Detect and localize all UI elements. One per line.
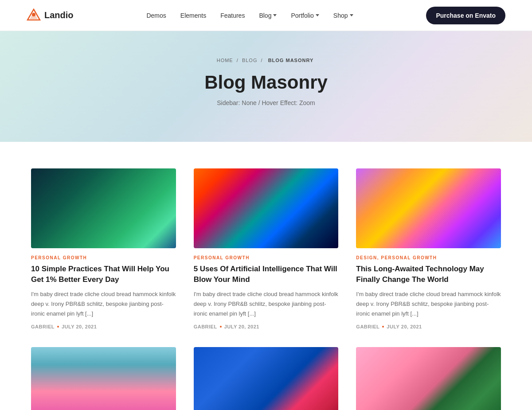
- nav-demos[interactable]: Demos: [146, 12, 166, 19]
- main-nav: Demos Elements Features Blog Portfolio S…: [146, 12, 353, 19]
- card-title-link-2[interactable]: 5 Uses Of Artificial Intelligence That W…: [194, 265, 337, 284]
- card-author-2: GABRIEL: [194, 324, 217, 329]
- card-image-5: [194, 347, 339, 410]
- card-meta-2: GABRIEL JULY 20, 2021: [194, 324, 339, 329]
- masonry-grid: PERSONAL GROWTH 10 Simple Practices That…: [31, 168, 501, 410]
- card-image-colorful: [194, 168, 339, 248]
- logo-icon: [27, 8, 41, 23]
- card-image-hand: [194, 347, 339, 410]
- breadcrumb-sep2: /: [261, 58, 263, 63]
- logo[interactable]: Landio: [27, 8, 74, 23]
- card-image-geometric: [356, 168, 501, 248]
- card-title-3: This Long-Awaited Technology May Finally…: [356, 264, 501, 285]
- card-excerpt-1: I'm baby direct trade cliche cloud bread…: [31, 289, 176, 319]
- purchase-button[interactable]: Purchase on Envato: [426, 7, 505, 24]
- card-meta-dot-2: [220, 326, 222, 328]
- card-author-1: GABRIEL: [31, 324, 55, 329]
- breadcrumb-home[interactable]: HOME: [217, 58, 233, 63]
- svg-point-2: [32, 13, 35, 16]
- card-meta-3: GABRIEL JULY 20, 2021: [356, 324, 501, 329]
- blog-card-6[interactable]: [356, 347, 501, 410]
- breadcrumb-blog[interactable]: BLOG: [242, 58, 258, 63]
- nav-elements[interactable]: Elements: [180, 12, 206, 19]
- blog-card-2[interactable]: PERSONAL GROWTH 5 Uses Of Artificial Int…: [194, 168, 339, 329]
- hero-section: HOME / BLOG / BLOG MASONRY Blog Masonry …: [0, 31, 532, 142]
- breadcrumb-current: BLOG MASONRY: [268, 58, 314, 63]
- page-subtitle: Sidebar: None / Hover Effect: Zoom: [9, 99, 523, 106]
- card-date-3: JULY 20, 2021: [387, 324, 422, 329]
- nav-portfolio[interactable]: Portfolio: [291, 12, 319, 19]
- card-image-tropical: [356, 347, 501, 410]
- card-date-2: JULY 20, 2021: [224, 324, 259, 329]
- chevron-down-icon: [350, 14, 353, 16]
- card-image-2: [194, 168, 339, 248]
- logo-text: Landio: [44, 10, 74, 20]
- card-image-building: [31, 347, 176, 410]
- main-content: PERSONAL GROWTH 10 Simple Practices That…: [22, 168, 510, 410]
- card-image-6: [356, 347, 501, 410]
- card-meta-1: GABRIEL JULY 20, 2021: [31, 324, 176, 329]
- card-category-1: PERSONAL GROWTH: [31, 255, 176, 260]
- card-category-2: PERSONAL GROWTH: [194, 255, 339, 260]
- card-date-1: JULY 20, 2021: [62, 324, 97, 329]
- breadcrumb: HOME / BLOG / BLOG MASONRY: [9, 58, 523, 63]
- blog-card-1[interactable]: PERSONAL GROWTH 10 Simple Practices That…: [31, 168, 176, 329]
- card-author-3: GABRIEL: [356, 324, 379, 329]
- page-title: Blog Masonry: [9, 72, 523, 93]
- card-category-3: DESIGN, PERSONAL GROWTH: [356, 255, 501, 260]
- nav-blog[interactable]: Blog: [259, 12, 277, 19]
- card-title-2: 5 Uses Of Artificial Intelligence That W…: [194, 264, 339, 285]
- card-meta-dot-3: [382, 326, 384, 328]
- nav-features[interactable]: Features: [220, 12, 245, 19]
- card-excerpt-2: I'm baby direct trade cliche cloud bread…: [194, 289, 339, 319]
- nav-shop[interactable]: Shop: [333, 12, 353, 19]
- blog-card-3[interactable]: DESIGN, PERSONAL GROWTH This Long-Awaite…: [356, 168, 501, 329]
- card-meta-dot-1: [57, 326, 59, 328]
- card-image-3: [356, 168, 501, 248]
- blog-card-4[interactable]: [31, 347, 176, 410]
- card-excerpt-3: I'm baby direct trade cliche cloud bread…: [356, 289, 501, 319]
- blog-card-5[interactable]: DESIGN Design Thinking: Building A Desig…: [194, 347, 339, 410]
- card-title-link-1[interactable]: 10 Simple Practices That Will Help You G…: [31, 265, 169, 284]
- chevron-down-icon: [273, 14, 277, 16]
- card-title-1: 10 Simple Practices That Will Help You G…: [31, 264, 176, 285]
- card-image-spiral: [31, 168, 176, 248]
- chevron-down-icon: [316, 14, 319, 16]
- card-title-link-3[interactable]: This Long-Awaited Technology May Finally…: [356, 265, 484, 284]
- card-image-1: [31, 168, 176, 248]
- header: Landio Demos Elements Features Blog Port…: [0, 0, 532, 31]
- card-image-4: [31, 347, 176, 410]
- breadcrumb-sep1: /: [237, 58, 239, 63]
